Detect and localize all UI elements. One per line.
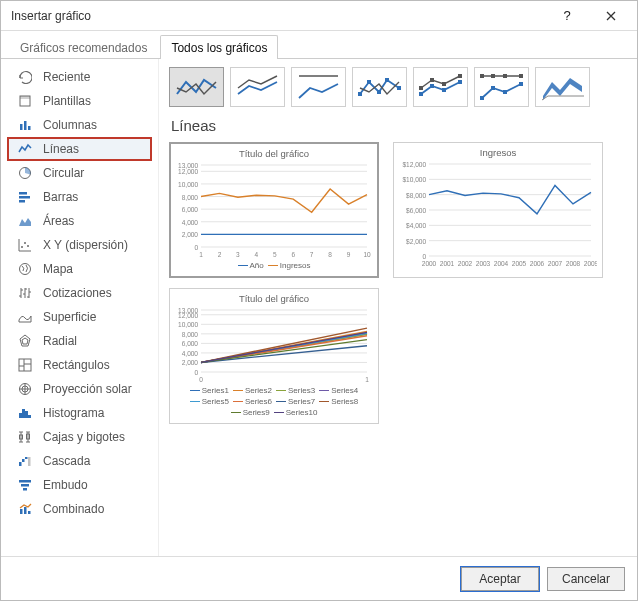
sidebar-item-funnel[interactable]: Embudo (1, 473, 158, 497)
svg-text:3: 3 (236, 251, 240, 258)
window-title: Insertar gráfico (11, 9, 545, 23)
sidebar-item-map[interactable]: Mapa (1, 257, 158, 281)
subtype-3d-line-icon (540, 72, 586, 102)
tab-recommended[interactable]: Gráficos recomendados (9, 35, 158, 59)
preview-chart-1[interactable]: Título del gráfico 02,0004,0006,0008,000… (169, 142, 379, 278)
svg-rect-53 (480, 74, 484, 78)
svg-text:8,000: 8,000 (182, 194, 199, 201)
sidebar-item-pie[interactable]: Circular (1, 161, 158, 185)
svg-rect-35 (358, 92, 362, 96)
subtype-line-markers-icon (357, 72, 403, 102)
preview-chart-2[interactable]: Ingresos 0$2,000$4,000$6,000$8,000$10,00… (393, 142, 603, 278)
insert-chart-dialog: Insertar gráfico ? Gráficos recomendados… (0, 0, 638, 601)
sidebar-item-recent[interactable]: Reciente (1, 65, 158, 89)
subtype-3d-line[interactable] (535, 67, 590, 107)
svg-point-9 (21, 246, 23, 248)
preview-chart-svg: 0$2,000$4,000$6,000$8,000$10,000$12,0002… (399, 160, 597, 268)
svg-rect-46 (442, 82, 446, 86)
svg-rect-18 (19, 413, 22, 418)
sidebar-item-label: Cajas y bigotes (43, 430, 125, 444)
svg-text:4,000: 4,000 (182, 350, 199, 357)
subtype-100stacked-line-markers[interactable] (474, 67, 529, 107)
sidebar-item-bars[interactable]: Barras (1, 185, 158, 209)
sidebar-item-lines[interactable]: Líneas (7, 137, 152, 161)
combo-icon (17, 501, 33, 517)
svg-text:4,000: 4,000 (182, 219, 199, 226)
svg-rect-4 (28, 126, 31, 130)
sidebar-item-label: Plantillas (43, 94, 91, 108)
svg-text:10,000: 10,000 (178, 181, 198, 188)
svg-text:$12,000: $12,000 (403, 161, 427, 168)
templates-icon (17, 93, 33, 109)
svg-text:10,000: 10,000 (178, 321, 198, 328)
svg-text:$2,000: $2,000 (406, 238, 426, 245)
subtype-stacked-line[interactable] (230, 67, 285, 107)
sidebar-item-boxwhisker[interactable]: Cajas y bigotes (1, 425, 158, 449)
treemap-icon (17, 357, 33, 373)
svg-text:6: 6 (291, 251, 295, 258)
preview-title: Título del gráfico (239, 148, 309, 159)
svg-text:4: 4 (255, 251, 259, 258)
line-subtype-row (169, 67, 627, 107)
sidebar-item-label: Líneas (43, 142, 79, 156)
subtype-line[interactable] (169, 67, 224, 107)
subtype-line-markers[interactable] (352, 67, 407, 107)
sidebar-item-sunburst[interactable]: Proyección solar (1, 377, 158, 401)
sidebar-item-combo[interactable]: Combinado (1, 497, 158, 521)
sidebar-item-treemap[interactable]: Rectángulos (1, 353, 158, 377)
surface-icon (17, 309, 33, 325)
subtype-100stacked-line-markers-icon (479, 72, 525, 102)
svg-text:10: 10 (363, 251, 371, 258)
accept-button[interactable]: Aceptar (461, 567, 539, 591)
svg-text:13,000: 13,000 (178, 307, 198, 314)
sidebar-item-label: Reciente (43, 70, 90, 84)
subtype-stacked-line-markers-icon (418, 72, 464, 102)
svg-text:0: 0 (199, 376, 203, 383)
sidebar-item-label: Proyección solar (43, 382, 132, 396)
preview-legend: Año Ingresos (238, 261, 311, 270)
funnel-icon (17, 477, 33, 493)
svg-rect-49 (491, 86, 495, 90)
svg-rect-54 (491, 74, 495, 78)
category-title: Líneas (171, 117, 627, 134)
sidebar-item-stock[interactable]: Cotizaciones (1, 281, 158, 305)
svg-text:$10,000: $10,000 (403, 176, 427, 183)
sidebar-item-radar[interactable]: Radial (1, 329, 158, 353)
sunburst-icon (17, 381, 33, 397)
map-icon (17, 261, 33, 277)
preview-chart-3[interactable]: Título del gráfico 02,0004,0006,0008,000… (169, 288, 379, 424)
preview-legend: Series1Series2Series3Series4Series5Serie… (189, 386, 359, 417)
close-button[interactable] (589, 1, 633, 31)
preview-row-1: Título del gráfico 02,0004,0006,0008,000… (169, 142, 627, 278)
svg-point-12 (20, 264, 31, 275)
sidebar-item-area[interactable]: Áreas (1, 209, 158, 233)
svg-rect-27 (28, 457, 31, 466)
main-panel: Líneas Título del gráfico 02,0004,0006,0… (159, 59, 637, 556)
tab-all-charts[interactable]: Todos los gráficos (160, 35, 278, 59)
sidebar-item-columns[interactable]: Columnas (1, 113, 158, 137)
sidebar-item-waterfall[interactable]: Cascada (1, 449, 158, 473)
sidebar-item-label: Circular (43, 166, 84, 180)
subtype-100stacked-line[interactable] (291, 67, 346, 107)
svg-rect-28 (19, 480, 31, 483)
pie-icon (17, 165, 33, 181)
svg-rect-24 (19, 462, 22, 466)
svg-point-10 (24, 242, 26, 244)
subtype-line-icon (174, 72, 220, 102)
svg-text:13,000: 13,000 (178, 162, 198, 169)
cancel-button[interactable]: Cancelar (547, 567, 625, 591)
subtype-stacked-line-markers[interactable] (413, 67, 468, 107)
histogram-icon (17, 405, 33, 421)
svg-text:1: 1 (365, 376, 369, 383)
svg-rect-47 (458, 74, 462, 78)
sidebar-item-surface[interactable]: Superficie (1, 305, 158, 329)
sidebar-item-templates[interactable]: Plantillas (1, 89, 158, 113)
svg-text:8,000: 8,000 (182, 331, 199, 338)
preview-row-2: Título del gráfico 02,0004,0006,0008,000… (169, 288, 627, 424)
help-button[interactable]: ? (545, 1, 589, 31)
svg-text:2002: 2002 (458, 260, 473, 267)
svg-text:2007: 2007 (548, 260, 563, 267)
sidebar-item-scatter[interactable]: X Y (dispersión) (1, 233, 158, 257)
sidebar-item-histogram[interactable]: Histograma (1, 401, 158, 425)
area-icon (17, 213, 33, 229)
